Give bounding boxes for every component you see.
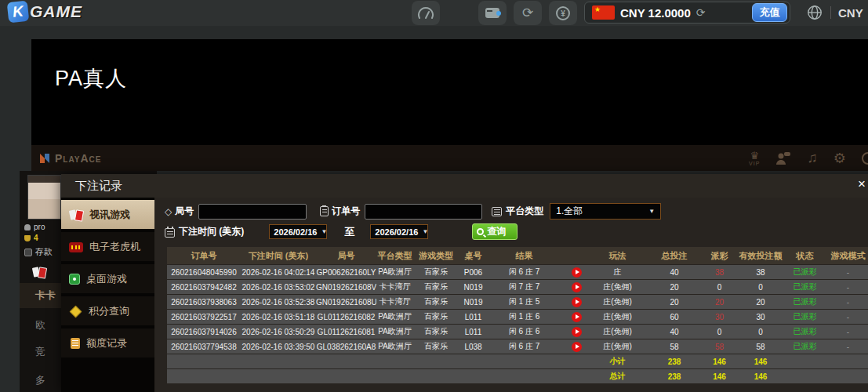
chevron-down-icon: ▼ [422, 228, 428, 235]
column-header: 游戏类型 [413, 250, 459, 262]
replay-button[interactable] [572, 267, 582, 278]
cell-game-mode: - [822, 283, 868, 292]
totals-payout: 146 [706, 358, 733, 366]
date-to-value: 2026/02/16 [375, 227, 418, 237]
query-button[interactable]: 查询 [472, 223, 518, 240]
provider-bar: PlayAce ♛ VIP ♫ ⚙ [31, 145, 868, 171]
totals-total-bet: 238 [643, 358, 706, 366]
cell-result: 闲 1 庄 6 [488, 311, 561, 322]
cell-replay [561, 342, 592, 352]
cell-order-no: 260216037922517 [167, 313, 241, 321]
sidebar-item-icon [69, 209, 83, 221]
cell-result: 闲 7 庄 7 [488, 281, 561, 292]
totals-label: 总计 [592, 371, 643, 382]
sidebar-item-label: 额度记录 [86, 336, 127, 350]
round-number-label: 局号 [175, 205, 194, 218]
clipped-icon[interactable] [862, 152, 868, 165]
cell-table-no: L011 [459, 313, 488, 321]
user-icon [24, 224, 31, 230]
table-row: 260216048045990 2026-02-16 04:02:14 GP00… [167, 265, 868, 279]
platform-type-value: 1.全部 [556, 205, 583, 218]
cell-round-no: GL01126216082 [316, 313, 376, 321]
balance-refresh-icon[interactable]: ⟳ [696, 6, 706, 19]
replay-button[interactable] [572, 327, 582, 337]
lobby-menu-item[interactable]: 多 [35, 373, 45, 387]
close-icon[interactable]: × [858, 177, 866, 191]
modal-sidebar-item[interactable]: 电子老虎机 [61, 232, 154, 261]
cell-game-mode: - [822, 298, 868, 307]
cell-valid-bet: 30 [733, 313, 788, 321]
cell-bet-time: 2026-02-16 04:02:14 [241, 268, 316, 277]
modal-sidebar: 视讯游戏 电子老虎机 桌面游戏 [61, 198, 154, 392]
cell-replay [561, 297, 592, 307]
cell-total-bet: 60 [643, 313, 706, 321]
cell-order-no: 260216037794538 [167, 343, 241, 351]
language-selector[interactable]: CNY [806, 4, 863, 21]
page-title: PA真人 [31, 39, 868, 93]
table-row: 260216037914026 2026-02-16 03:50:29 GL01… [167, 325, 868, 339]
replay-button[interactable] [572, 312, 582, 322]
lobby-menu-item[interactable]: 卡卡 [35, 289, 56, 303]
cell-round-no: GL01126216081 [316, 328, 376, 336]
date-to-select[interactable]: 2026/02/16 ▼ [370, 224, 428, 239]
cell-platform: 卡卡湾厅 [376, 296, 413, 307]
music-icon[interactable]: ♫ [807, 150, 818, 166]
search-icon [477, 228, 484, 235]
modal-body: 视讯游戏 电子老虎机 桌面游戏 [61, 198, 868, 392]
modal-sidebar-item[interactable]: 视讯游戏 [61, 200, 154, 229]
playace-logo-icon [38, 152, 51, 165]
sidebar-item-icon [69, 242, 83, 252]
cell-valid-bet: 20 [733, 298, 788, 307]
lobby-menu-item[interactable]: 欧 [35, 318, 45, 332]
order-number-input[interactable] [365, 204, 482, 220]
replay-button[interactable] [572, 282, 582, 292]
totals-valid-bet: 146 [733, 372, 788, 381]
modal-sidebar-item[interactable]: 桌面游戏 [61, 264, 154, 293]
kgame-logo[interactable]: K GAME [8, 2, 82, 22]
cell-play: 庄(免佣) [592, 296, 643, 307]
replay-button[interactable] [572, 342, 582, 352]
cell-game-type: 百家乐 [413, 296, 459, 307]
cell-replay [561, 267, 592, 278]
gauge-icon [417, 6, 434, 20]
customer-service-icon[interactable] [775, 151, 791, 165]
refresh-icon[interactable]: ⟳ [514, 1, 542, 25]
vip-icon[interactable]: ♛ VIP [749, 151, 760, 166]
replay-button[interactable] [572, 297, 582, 307]
settings-gear-icon[interactable]: ⚙ [833, 150, 846, 167]
round-number-input[interactable] [198, 204, 307, 220]
cell-valid-bet: 38 [733, 268, 788, 277]
cell-result: 闲 6 庄 6 [488, 326, 561, 337]
totals-row: 小计 238 146 146 [167, 354, 868, 368]
cell-payout: 30 [706, 313, 733, 321]
cell-order-no: 260216037938063 [167, 298, 241, 307]
username: pro [34, 223, 45, 231]
cell-result: 闲 6 庄 7 [488, 267, 561, 278]
date-from-select[interactable]: 2026/02/16 ▼ [269, 224, 327, 239]
deposit-row[interactable]: 存款 [24, 246, 53, 258]
platform-type-select[interactable]: 1.全部 ▼ [550, 203, 661, 220]
deposit-icon [24, 249, 32, 256]
kgame-logo-icon: K [7, 1, 30, 24]
currency-exchange-icon[interactable]: ¥ [549, 1, 577, 25]
modal-sidebar-item[interactable]: 积分查询 [61, 296, 154, 325]
status-badge: 已派彩 [788, 326, 822, 337]
cell-bet-time: 2026-02-16 03:52:38 [241, 298, 316, 307]
speed-test-icon[interactable] [412, 1, 440, 25]
balance-currency: CNY [620, 6, 645, 20]
balance-text: CNY 12.0000 [620, 6, 691, 20]
recharge-button[interactable]: 充值 [752, 3, 787, 22]
modal-sidebar-item[interactable]: 额度记录 [61, 328, 154, 358]
cell-valid-bet: 0 [733, 328, 788, 336]
lobby-menu-item[interactable]: 竞 [35, 345, 45, 359]
game-panel: PA真人 [31, 39, 868, 145]
column-header: 玩法 [592, 250, 643, 262]
cell-game-type: 百家乐 [413, 281, 459, 292]
wallet-icon[interactable] [478, 1, 507, 25]
table-row: 260216037942482 2026-02-16 03:53:02 GN01… [167, 280, 868, 294]
cell-table-no: L011 [459, 328, 488, 336]
cell-play: 庄(免佣) [592, 281, 643, 292]
cell-platform: 卡卡湾厅 [376, 281, 413, 292]
cell-payout: 20 [706, 298, 733, 307]
status-badge: 已派彩 [788, 296, 822, 307]
